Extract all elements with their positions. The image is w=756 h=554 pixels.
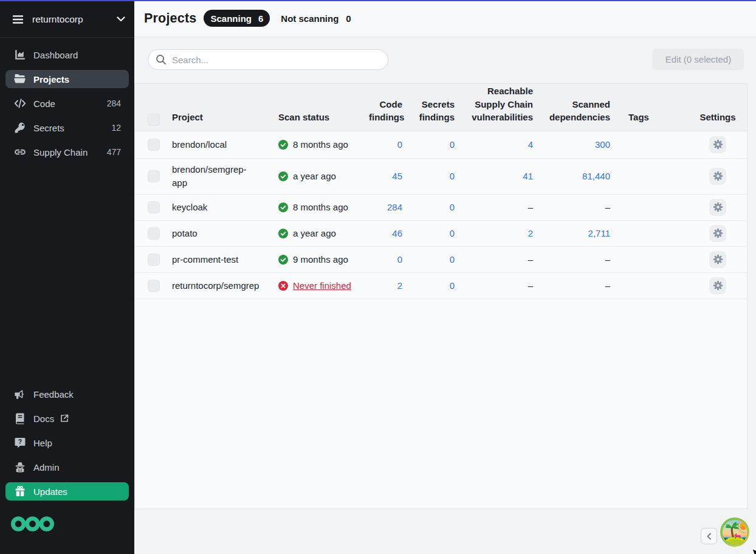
svg-text:?: ? bbox=[18, 438, 22, 445]
